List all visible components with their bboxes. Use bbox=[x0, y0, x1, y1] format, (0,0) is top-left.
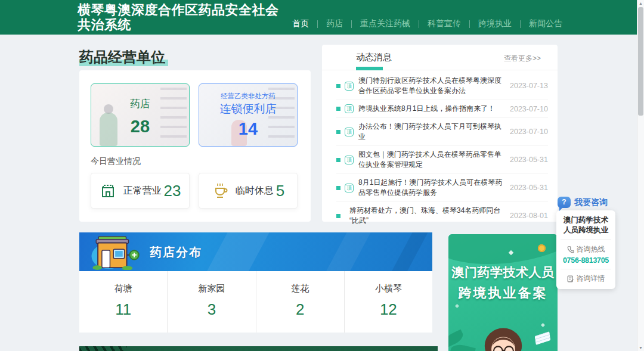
scroll-down-icon[interactable]: ▼ bbox=[637, 346, 644, 350]
district-count: 12 bbox=[345, 300, 432, 319]
news-date: 2023-07-10 bbox=[507, 128, 548, 136]
distribution-banner: 药店分布 bbox=[79, 232, 432, 271]
district-label: 莲花 bbox=[256, 283, 344, 294]
pharmacy-count: 28 bbox=[91, 117, 189, 136]
news-title[interactable]: 澳门特别行政区药学技术人员在横琴粤澳深度合作区药品零售单位执业备案办法 bbox=[358, 76, 504, 96]
news-item[interactable]: 顶 跨境执业系统8月1日上线，操作指南来了！ 2023-07-10 bbox=[336, 100, 548, 118]
nav-item-home[interactable]: 首页 bbox=[284, 17, 317, 30]
news-title[interactable]: 办法公布！澳门药学技术人员下月可到横琴执业 bbox=[358, 122, 504, 142]
consult-card: 澳门药学技术 人员跨境执业 咨询热线 0756-8813705 咨询详情 bbox=[556, 210, 615, 289]
pharmacy-label: 药店 bbox=[91, 97, 189, 111]
scrollbar-thumb[interactable] bbox=[638, 7, 643, 116]
pinned-badge-icon: 顶 bbox=[345, 156, 354, 164]
nav-item-crossborder[interactable]: 跨境执业 bbox=[470, 17, 520, 30]
news-item[interactable]: 顶 澳门特别行政区药学技术人员在横琴粤澳深度合作区药品零售单位执业备案办法 20… bbox=[336, 72, 548, 100]
consult-detail-label: 咨询详情 bbox=[577, 274, 605, 284]
promo-title-line1: 澳门药学技术人员 bbox=[448, 264, 558, 281]
news-item[interactable]: 顶 办法公布！澳门药学技术人员下月可到横琴执业 2023-07-10 bbox=[336, 118, 548, 146]
open-status-count: 23 bbox=[164, 182, 181, 200]
bullet-icon bbox=[336, 158, 340, 162]
business-units-card: 药店 28 经营乙类非处方药 连锁便利店 14 今日营业情况 正常营业 23 bbox=[79, 70, 311, 222]
news-card: 动态消息 查看更多>> 顶 澳门特别行政区药学技术人员在横琴粤澳深度合作区药品零… bbox=[322, 45, 558, 222]
distribution-col-hetang: 荷塘 11 bbox=[79, 271, 168, 333]
news-date: 2023-05-31 bbox=[507, 184, 548, 192]
district-label: 荷塘 bbox=[79, 283, 167, 294]
phone-icon bbox=[567, 246, 574, 253]
convenience-store-stat-card[interactable]: 经营乙类非处方药 连锁便利店 14 bbox=[199, 83, 298, 147]
news-item[interactable]: 顶 图文包｜澳门药学技术人员在横琴药品零售单位执业备案管理规定 2023-05-… bbox=[336, 146, 548, 174]
distribution-col-xinjiayuan: 新家园 3 bbox=[168, 271, 256, 333]
scrollbar[interactable]: ▲ ▼ bbox=[637, 0, 644, 351]
bullet-icon bbox=[336, 130, 340, 134]
news-title[interactable]: 辨药材看处方，澳门、珠海、横琴34名药师同台“比武” bbox=[349, 206, 504, 226]
hotline-row[interactable]: 咨询热线 bbox=[559, 244, 613, 254]
news-title[interactable]: 跨境执业系统8月1日上线，操作指南来了！ bbox=[358, 104, 504, 114]
bullet-icon bbox=[336, 84, 340, 88]
distribution-title: 药店分布 bbox=[150, 244, 202, 260]
bullet-icon bbox=[336, 186, 340, 190]
pinned-badge-icon: 顶 bbox=[345, 82, 354, 91]
nav-item-science[interactable]: 科普宣传 bbox=[419, 17, 469, 30]
bullet-icon bbox=[336, 107, 340, 111]
page: 横琴粤澳深度合作区药品安全社会共治系统 首页 药店 重点关注药械 科普宣传 跨境… bbox=[0, 0, 644, 351]
news-date: 2023-08-01 bbox=[507, 212, 548, 220]
news-title[interactable]: 8月1日起施行！澳门药学技术人员可在横琴药品零售单位提供药学服务 bbox=[358, 178, 504, 198]
nav-item-key-devices[interactable]: 重点关注药械 bbox=[352, 17, 419, 30]
tab-news[interactable]: 动态消息 bbox=[356, 52, 392, 63]
question-bubble-icon: ? bbox=[558, 197, 571, 208]
nav-item-news[interactable]: 新闻公告 bbox=[521, 17, 571, 30]
pinned-badge-icon: 顶 bbox=[345, 104, 354, 113]
pinned-badge-icon: 顶 bbox=[345, 184, 354, 192]
district-label: 小横琴 bbox=[345, 283, 432, 294]
pharmacist-illustration bbox=[470, 319, 536, 351]
next-section-banner-edge bbox=[79, 346, 438, 351]
rest-status-count: 5 bbox=[276, 182, 284, 200]
consult-header[interactable]: ? 我要咨询 bbox=[558, 197, 615, 208]
promo-title-line2: 跨境执业备案 bbox=[448, 284, 558, 302]
scroll-up-icon[interactable]: ▲ bbox=[637, 1, 644, 5]
nav-item-pharmacy[interactable]: 药店 bbox=[318, 17, 351, 30]
district-count: 2 bbox=[256, 300, 344, 319]
news-date: 2023-05-31 bbox=[507, 156, 548, 164]
banner-streak bbox=[387, 232, 431, 271]
consult-detail-row[interactable]: 咨询详情 bbox=[559, 274, 613, 284]
open-status-card[interactable]: 正常营业 23 bbox=[91, 173, 190, 209]
today-status-title: 今日营业情况 bbox=[91, 156, 141, 167]
distribution-col-lianhua: 莲花 2 bbox=[256, 271, 345, 333]
document-icon bbox=[567, 275, 574, 282]
divider bbox=[561, 269, 611, 269]
paper-illustration bbox=[535, 331, 551, 345]
section-title-business-units: 药品经营单位 bbox=[79, 48, 165, 67]
rest-status-card[interactable]: 临时休息 5 bbox=[199, 173, 298, 209]
consult-title-line1: 澳门药学技术 bbox=[559, 215, 613, 225]
news-title[interactable]: 图文包｜澳门药学技术人员在横琴药品零售单位执业备案管理规定 bbox=[358, 150, 504, 170]
tab-underline bbox=[356, 67, 383, 70]
store-count: 14 bbox=[199, 119, 297, 139]
bullet-icon bbox=[336, 214, 340, 218]
distribution-stats: 荷塘 11 新家园 3 莲花 2 小横琴 12 bbox=[79, 271, 432, 333]
storefront-icon bbox=[100, 182, 116, 199]
sparkle-icon bbox=[541, 323, 545, 327]
cup-icon bbox=[212, 182, 228, 199]
district-count: 3 bbox=[168, 300, 255, 319]
view-more-link[interactable]: 查看更多>> bbox=[504, 54, 541, 64]
header: 横琴粤澳深度合作区药品安全社会共治系统 首页 药店 重点关注药械 科普宣传 跨境… bbox=[0, 0, 637, 35]
news-item[interactable]: 顶 8月1日起施行！澳门药学技术人员可在横琴药品零售单位提供药学服务 2023-… bbox=[336, 174, 548, 202]
district-count: 11 bbox=[79, 300, 167, 319]
store-small-label: 经营乙类非处方药 bbox=[199, 92, 297, 101]
hotline-number[interactable]: 0756-8813705 bbox=[559, 256, 613, 265]
news-date: 2023-07-10 bbox=[507, 105, 548, 113]
news-header: 动态消息 查看更多>> bbox=[322, 45, 558, 70]
news-date: 2023-07-13 bbox=[507, 82, 548, 90]
hotline-label: 咨询热线 bbox=[577, 244, 605, 254]
storefront-cartoon-icon bbox=[89, 234, 147, 270]
pharmacy-stat-card[interactable]: 药店 28 bbox=[91, 83, 190, 147]
pinned-badge-icon: 顶 bbox=[345, 128, 354, 136]
consult-header-label: 我要咨询 bbox=[574, 197, 608, 208]
pharmacy-distribution-card: 药店分布 荷塘 11 新家园 3 莲花 2 小横琴 12 bbox=[79, 232, 432, 333]
divider bbox=[561, 240, 611, 240]
news-item[interactable]: 辨药材看处方，澳门、珠海、横琴34名药师同台“比武” 2023-08-01 bbox=[336, 202, 548, 229]
crossborder-promo-banner[interactable]: 澳门药学技术人员 跨境执业备案 bbox=[448, 234, 558, 351]
consult-title-line2: 人员跨境执业 bbox=[559, 225, 613, 235]
banner-streak bbox=[321, 232, 374, 271]
